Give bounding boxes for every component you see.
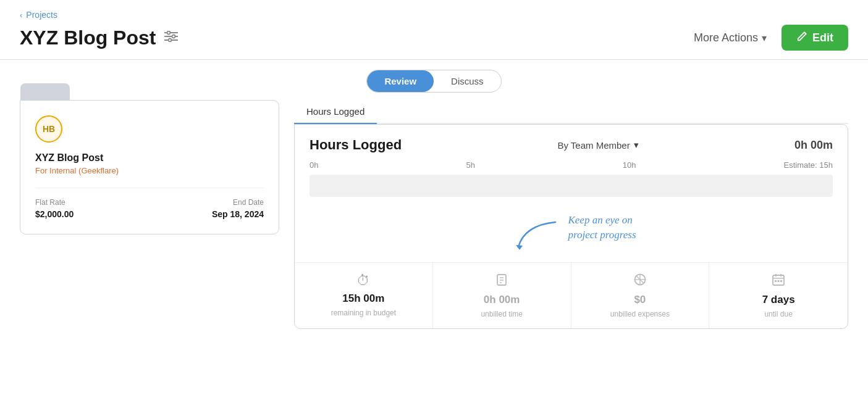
- annotation-area: Keep an eye onproject progress: [295, 203, 848, 262]
- hours-footer: ⏱ 15h 00m remaining in budget 0h 00m: [295, 262, 848, 328]
- card-divider: [35, 188, 264, 188]
- svg-point-5: [169, 38, 172, 41]
- back-chevron-icon: ‹: [20, 10, 22, 20]
- stat-label-unbilled-expenses: unbilled expenses: [610, 310, 670, 318]
- stat-value-until-due: 7 days: [762, 294, 795, 306]
- edit-label: Edit: [812, 31, 833, 44]
- more-actions-label: More Actions: [694, 31, 758, 44]
- stat-until-due: 7 days until due: [709, 263, 848, 328]
- left-panel: HB XYZ Blog Post For Internal (Geekflare…: [20, 100, 279, 329]
- stat-remaining-budget: ⏱ 15h 00m remaining in budget: [295, 263, 433, 328]
- svg-marker-6: [516, 245, 523, 250]
- breadcrumb-label: Projects: [26, 10, 57, 20]
- svg-point-4: [172, 35, 175, 38]
- pencil-icon: [796, 31, 807, 44]
- end-date-label: End Date: [212, 198, 264, 207]
- right-panel: Hours Logged Hours Logged By Team Member…: [294, 100, 848, 329]
- more-actions-button[interactable]: More Actions ▾: [686, 27, 774, 49]
- axis-10h: 10h: [623, 160, 636, 170]
- tab-review[interactable]: Review: [367, 70, 434, 92]
- tab-hours-logged[interactable]: Hours Logged: [294, 100, 377, 124]
- edit-button[interactable]: Edit: [782, 25, 848, 51]
- chart-bar-background: [310, 175, 833, 197]
- axis-0h: 0h: [310, 160, 318, 170]
- folder-tab: [20, 83, 70, 101]
- hours-card: Hours Logged By Team Member ▾ 0h 00m 0h …: [294, 124, 848, 329]
- flat-rate-label: Flat Rate: [35, 198, 74, 207]
- meta-flat-rate: Flat Rate $2,000.00: [35, 198, 74, 219]
- stat-label-unbilled-time: unbilled time: [481, 310, 522, 318]
- hours-chart-area: 0h 5h 10h Estimate: 15h: [295, 160, 848, 203]
- stat-value-unbilled-expenses: $0: [634, 294, 646, 306]
- filter-chevron-icon: ▾: [634, 139, 639, 151]
- tab-discuss[interactable]: Discuss: [434, 70, 501, 92]
- tab-group: Review Discuss: [366, 70, 501, 93]
- pizza-icon: [633, 273, 647, 290]
- card-title: XYZ Blog Post: [35, 152, 264, 164]
- chart-axis: 0h 5h 10h Estimate: 15h: [310, 160, 833, 170]
- hours-total: 0h 00m: [794, 139, 833, 152]
- stat-value-unbilled-time: 0h 00m: [484, 294, 520, 306]
- end-date-value: Sep 18, 2024: [212, 209, 264, 219]
- stat-unbilled-time: 0h 00m unbilled time: [433, 263, 571, 328]
- stat-label-budget: remaining in budget: [331, 309, 396, 317]
- breadcrumb[interactable]: ‹ Projects: [20, 10, 848, 20]
- page-title: XYZ Blog Post: [20, 27, 156, 49]
- svg-rect-20: [778, 280, 780, 282]
- meta-end-date: End Date Sep 18, 2024: [212, 198, 264, 219]
- hours-tab-bar: Hours Logged: [294, 100, 848, 124]
- filter-label: By Team Member: [557, 140, 630, 151]
- main-content: HB XYZ Blog Post For Internal (Geekflare…: [0, 100, 868, 344]
- axis-5h: 5h: [466, 160, 474, 170]
- clipboard-icon: [495, 273, 508, 290]
- folder-card: HB XYZ Blog Post For Internal (Geekflare…: [20, 100, 279, 234]
- sliders-icon[interactable]: [164, 31, 178, 45]
- card-subtitle: For Internal (Geekflare): [35, 166, 264, 175]
- more-actions-chevron-icon: ▾: [762, 32, 767, 44]
- tab-bar: Review Discuss: [0, 60, 868, 100]
- svg-point-3: [167, 31, 171, 34]
- axis-estimate: Estimate: 15h: [784, 160, 833, 170]
- avatar: HB: [35, 115, 62, 143]
- calendar-icon: [772, 273, 785, 290]
- timer-icon: ⏱: [356, 273, 370, 289]
- card-meta: Flat Rate $2,000.00 End Date Sep 18, 202…: [35, 198, 264, 219]
- team-member-filter-button[interactable]: By Team Member ▾: [557, 139, 638, 151]
- flat-rate-value: $2,000.00: [35, 209, 74, 219]
- hours-title: Hours Logged: [310, 137, 402, 153]
- svg-rect-21: [780, 280, 782, 282]
- annotation-arrow-icon: [506, 219, 562, 256]
- stat-label-until-due: until due: [764, 310, 792, 318]
- stat-value-budget: 15h 00m: [342, 292, 384, 305]
- annotation-text: Keep an eye onproject progress: [568, 213, 636, 243]
- hours-header: Hours Logged By Team Member ▾ 0h 00m: [295, 125, 848, 160]
- svg-rect-19: [775, 280, 777, 282]
- stat-unbilled-expenses: $0 unbilled expenses: [571, 263, 710, 328]
